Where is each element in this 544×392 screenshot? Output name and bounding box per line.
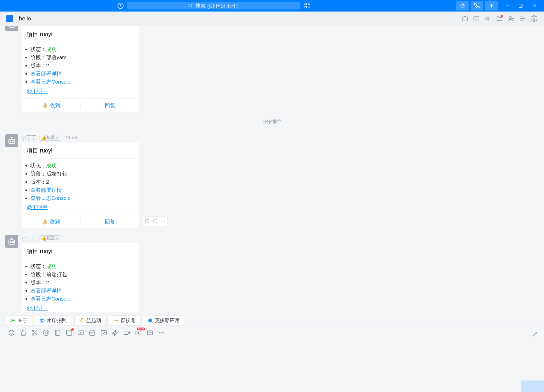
bot-avatar[interactable]	[5, 134, 18, 147]
console-link[interactable]: 查看日志Console	[30, 195, 70, 201]
bot-avatar[interactable]	[5, 26, 18, 31]
chat-header: hello	[0, 12, 544, 26]
pill-watermark[interactable]: 水印拍照	[35, 315, 71, 325]
quote-icon[interactable]	[151, 217, 159, 225]
status-row: 状态：成功	[30, 46, 137, 53]
ack-button[interactable]: 👌收到	[21, 102, 80, 109]
console-link[interactable]: 查看日志Console	[30, 79, 70, 85]
ai-button[interactable]	[456, 1, 469, 10]
mention-link[interactable]: @王明宇	[21, 204, 139, 215]
card-title: 项目 ruoyi	[21, 243, 139, 259]
svg-point-27	[41, 320, 43, 322]
expand-composer-icon[interactable]	[532, 331, 538, 337]
run-icon	[79, 318, 84, 323]
stage-value: 后端打包	[46, 171, 67, 177]
svg-point-18	[161, 221, 162, 222]
announce-icon[interactable]	[482, 14, 494, 23]
emoji-react-icon[interactable]	[143, 217, 151, 225]
stage-row: 阶段：部署yaml	[30, 54, 137, 61]
sticker-icon[interactable]	[63, 328, 75, 337]
ack-button[interactable]: 👌收到	[21, 218, 80, 225]
status-value: 成功	[46, 263, 57, 269]
task-icon[interactable]	[471, 14, 482, 23]
message-card: 项目 ruoyi 状态：成功 阶段：后端打包 版本：2 查看部署详情 查看日志C…	[21, 143, 139, 228]
titlebar-right	[456, 1, 541, 10]
chat-title[interactable]: hello	[19, 15, 31, 22]
minimize-button[interactable]	[501, 1, 514, 10]
mail-icon[interactable]	[144, 328, 156, 337]
video-icon[interactable]	[121, 328, 133, 337]
divider	[21, 42, 139, 42]
title-bar: 搜索 (Ctrl+Shift+F)	[0, 0, 544, 12]
members-icon[interactable]	[505, 14, 517, 23]
card-body: 状态：成功 阶段：后端打包 版本：2 查看部署详情 查看日志Console	[24, 162, 137, 202]
todo-icon[interactable]	[98, 328, 110, 337]
send-button[interactable]	[521, 380, 544, 392]
mention-link[interactable]: @王明宇	[21, 304, 139, 312]
console-link[interactable]: 查看日志Console	[30, 296, 70, 302]
live-stream-icon[interactable]	[133, 328, 144, 337]
pill-together[interactable]: 益起动	[74, 315, 106, 325]
search-input[interactable]: 搜索 (Ctrl+Shift+F)	[127, 2, 300, 9]
calendar-icon[interactable]	[86, 328, 98, 337]
message-card: 项目 ruoyi 状态：成功 阶段：部署yaml 版本：2 查看部署详情 查看日…	[21, 26, 139, 112]
version-value: 2	[46, 179, 49, 185]
at-icon[interactable]	[40, 328, 52, 337]
scissors-icon[interactable]	[29, 328, 40, 337]
detail-link[interactable]: 查看部署详情	[30, 288, 62, 293]
console-link-row: 查看日志Console	[30, 195, 137, 202]
more-tools-icon[interactable]	[156, 328, 167, 337]
card-body: 状态：成功 阶段：前端打包 版本：2 查看部署详情 查看日志Console	[24, 263, 137, 302]
call-button[interactable]	[471, 1, 483, 10]
svg-point-29	[114, 320, 115, 321]
chat-avatar[interactable]	[6, 15, 13, 22]
version-value: 2	[46, 63, 49, 68]
like-icon[interactable]	[17, 328, 29, 337]
svg-rect-8	[474, 16, 479, 21]
composer-toolbar	[0, 325, 544, 340]
message: 小丁丁 👍机器人 项目 ruoyi 状态：成功 阶段：部署yaml 版本：2 查…	[0, 26, 544, 112]
live-icon[interactable]	[459, 14, 471, 23]
bot-avatar[interactable]	[5, 235, 18, 248]
close-button[interactable]	[528, 1, 541, 10]
sender-row: 小丁丁 👍机器人	[21, 235, 139, 242]
detail-link[interactable]: 查看部署详情	[30, 71, 62, 77]
svg-point-20	[164, 221, 165, 222]
detail-link-row: 查看部署详情	[30, 287, 137, 294]
flash-icon[interactable]	[110, 328, 121, 337]
pill-circle[interactable]: 圈子	[6, 315, 32, 325]
maximize-button[interactable]	[515, 1, 527, 10]
svg-rect-3	[308, 3, 310, 5]
svg-rect-41	[124, 331, 128, 335]
message: 小丁丁 👍机器人 19:26 项目 ruoyi 状态：成功 阶段：后端打包 版本…	[0, 134, 544, 228]
composer-input[interactable]	[0, 340, 544, 392]
mention-link[interactable]: @王明宇	[21, 88, 139, 98]
history-icon[interactable]	[117, 2, 124, 9]
settings-icon[interactable]	[528, 14, 540, 23]
status-row: 状态：成功	[30, 263, 137, 270]
folder-icon[interactable]	[494, 14, 505, 23]
svg-point-34	[32, 334, 34, 335]
svg-rect-5	[520, 4, 523, 7]
pill-relay[interactable]: 群接龙	[109, 315, 140, 325]
add-button[interactable]	[485, 1, 498, 10]
emoji-icon[interactable]	[6, 328, 17, 337]
svg-rect-6	[519, 5, 522, 8]
detail-link-row: 查看部署详情	[30, 187, 137, 194]
more-icon[interactable]	[159, 217, 167, 225]
reply-button[interactable]: 回复	[80, 218, 140, 225]
message-list[interactable]: 小丁丁 👍机器人 项目 ruoyi 状态：成功 阶段：部署yaml 版本：2 查…	[0, 26, 544, 312]
svg-point-28	[81, 318, 82, 319]
cloud-icon[interactable]	[75, 328, 86, 337]
detail-link[interactable]: 查看部署详情	[30, 187, 62, 193]
reply-button[interactable]: 回复	[80, 102, 140, 109]
pill-more-apps[interactable]: 更多酷应用	[143, 315, 184, 325]
apps-grid-icon[interactable]	[304, 2, 311, 9]
svg-rect-36	[55, 330, 60, 335]
note-icon[interactable]	[52, 328, 63, 337]
list-icon[interactable]	[517, 14, 528, 23]
svg-point-35	[45, 332, 47, 334]
svg-rect-11	[9, 26, 15, 27]
svg-point-9	[509, 16, 512, 19]
camera-icon	[40, 318, 45, 323]
